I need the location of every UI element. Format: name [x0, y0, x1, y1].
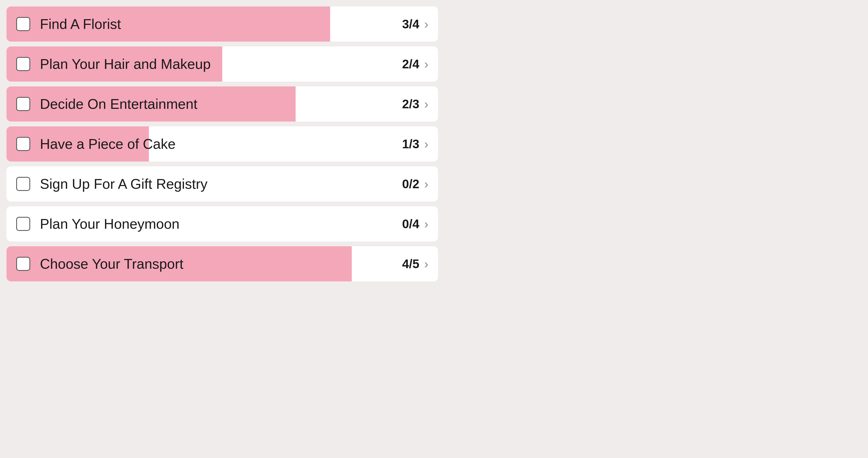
- task-count-sign-up-gift-registry: 0/2: [402, 177, 420, 191]
- task-label-plan-hair-makeup: Plan Your Hair and Makeup: [40, 56, 402, 72]
- task-count-plan-hair-makeup: 2/4: [402, 57, 420, 71]
- task-count-find-a-florist: 3/4: [402, 17, 420, 31]
- task-label-have-piece-of-cake: Have a Piece of Cake: [40, 136, 402, 152]
- task-item-choose-transport[interactable]: Choose Your Transport4/5›: [6, 246, 438, 281]
- task-item-plan-honeymoon[interactable]: Plan Your Honeymoon0/4›: [6, 206, 438, 241]
- task-label-plan-honeymoon: Plan Your Honeymoon: [40, 216, 402, 232]
- task-item-decide-entertainment[interactable]: Decide On Entertainment2/3›: [6, 86, 438, 121]
- chevron-icon-find-a-florist: ›: [424, 17, 428, 31]
- task-label-choose-transport: Choose Your Transport: [40, 256, 402, 272]
- chevron-icon-decide-entertainment: ›: [424, 97, 428, 111]
- task-checkbox-find-a-florist[interactable]: [16, 17, 30, 31]
- task-checkbox-plan-honeymoon[interactable]: [16, 217, 30, 231]
- task-count-decide-entertainment: 2/3: [402, 97, 420, 111]
- task-checkbox-choose-transport[interactable]: [16, 257, 30, 271]
- chevron-icon-choose-transport: ›: [424, 257, 428, 271]
- chevron-icon-plan-honeymoon: ›: [424, 217, 428, 231]
- task-label-find-a-florist: Find A Florist: [40, 16, 402, 32]
- task-checkbox-have-piece-of-cake[interactable]: [16, 137, 30, 151]
- task-item-have-piece-of-cake[interactable]: Have a Piece of Cake1/3›: [6, 126, 438, 162]
- task-count-choose-transport: 4/5: [402, 257, 420, 271]
- task-checkbox-plan-hair-makeup[interactable]: [16, 57, 30, 71]
- task-count-plan-honeymoon: 0/4: [402, 217, 420, 231]
- task-checkbox-decide-entertainment[interactable]: [16, 97, 30, 111]
- task-item-find-a-florist[interactable]: Find A Florist3/4›: [6, 6, 438, 41]
- task-count-have-piece-of-cake: 1/3: [402, 137, 420, 151]
- task-label-sign-up-gift-registry: Sign Up For A Gift Registry: [40, 176, 402, 192]
- chevron-icon-plan-hair-makeup: ›: [424, 57, 428, 71]
- task-item-sign-up-gift-registry[interactable]: Sign Up For A Gift Registry0/2›: [6, 166, 438, 201]
- task-list: Find A Florist3/4›Plan Your Hair and Mak…: [6, 6, 438, 281]
- task-label-decide-entertainment: Decide On Entertainment: [40, 96, 402, 112]
- chevron-icon-sign-up-gift-registry: ›: [424, 177, 428, 191]
- chevron-icon-have-piece-of-cake: ›: [424, 137, 428, 151]
- task-checkbox-sign-up-gift-registry[interactable]: [16, 177, 30, 191]
- task-item-plan-hair-makeup[interactable]: Plan Your Hair and Makeup2/4›: [6, 47, 438, 82]
